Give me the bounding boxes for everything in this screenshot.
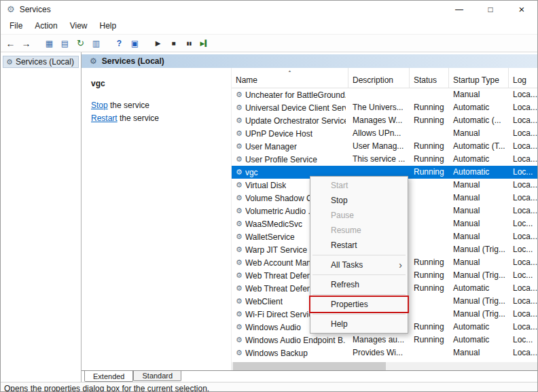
cell-status xyxy=(410,127,449,140)
table-row[interactable]: ⚙User ManagerUser Manag...RunningAutomat… xyxy=(232,140,537,153)
start-service-icon[interactable]: ▶ xyxy=(150,36,166,51)
table-row[interactable]: ⚙Uncheater for BattleGround...ManualLoca… xyxy=(232,88,537,101)
service-gear-icon: ⚙ xyxy=(236,232,243,241)
cell-status xyxy=(410,243,449,256)
context-menu-item-refresh[interactable]: Refresh xyxy=(310,277,408,292)
tab-extended[interactable]: Extended xyxy=(84,371,133,382)
stop-service-link[interactable]: Stop xyxy=(91,101,108,110)
forward-icon[interactable]: → xyxy=(18,36,34,51)
refresh-icon[interactable]: ↻ xyxy=(73,36,88,51)
export-list-icon[interactable]: ▤ xyxy=(57,36,73,51)
cell-logon: Loca... xyxy=(509,88,537,101)
cell-status: Running xyxy=(410,282,449,295)
cell-logon: Loca... xyxy=(509,230,537,243)
column-header-status[interactable]: Status xyxy=(410,68,449,88)
column-header-description[interactable]: Description xyxy=(348,68,410,88)
cell-logon: Loca... xyxy=(509,114,537,127)
cell-description: Provides Wi... xyxy=(348,346,410,359)
tabs-bar: ExtendedStandard xyxy=(82,370,537,382)
tab-standard[interactable]: Standard xyxy=(133,371,181,381)
help-icon[interactable]: ? xyxy=(111,36,127,51)
cell-logon: Loca... xyxy=(509,153,537,166)
context-menu-item-stop[interactable]: Stop xyxy=(310,193,408,208)
restart-service-line: Restart the service xyxy=(91,112,231,125)
service-gear-icon: ⚙ xyxy=(236,323,243,332)
show-console-tree-icon[interactable]: ▦ xyxy=(41,36,57,51)
restart-suffix: the service xyxy=(118,113,159,123)
context-menu-item-properties[interactable]: Properties xyxy=(310,297,408,312)
cell-startup: Automatic xyxy=(449,153,509,166)
service-gear-icon: ⚙ xyxy=(236,90,243,99)
service-gear-icon: ⚙ xyxy=(236,245,243,254)
context-menu-item-pause: Pause xyxy=(310,208,408,223)
cell-startup: Manual (Trig... xyxy=(449,308,509,321)
maximize-button[interactable]: □ xyxy=(475,1,506,18)
horizontal-scrollbar[interactable] xyxy=(232,362,537,370)
cell-status: Running xyxy=(410,334,449,346)
menu-file[interactable]: File xyxy=(3,19,29,33)
table-row[interactable]: ⚙UPnP Device HostAllows UPn...ManualLoca… xyxy=(232,127,537,140)
pause-service-icon[interactable]: ▮▮ xyxy=(181,36,197,51)
tree-item-services-local[interactable]: ⚙ Services (Local) xyxy=(3,56,79,68)
service-gear-icon: ⚙ xyxy=(236,207,243,215)
cell-logon: Loca... xyxy=(509,101,537,114)
restart-service-link[interactable]: Restart xyxy=(91,113,118,123)
back-icon[interactable]: ← xyxy=(3,36,18,51)
cell-logon: Loca... xyxy=(509,321,537,334)
menu-view[interactable]: View xyxy=(64,19,94,33)
table-row[interactable]: ⚙Update Orchestrator ServiceManages W...… xyxy=(232,114,537,127)
header-services-icon: ⚙ xyxy=(90,56,97,66)
service-gear-icon: ⚙ xyxy=(236,271,243,280)
help-topics-icon[interactable]: ▣ xyxy=(127,36,143,51)
cell-status xyxy=(410,88,449,101)
cell-status xyxy=(410,179,449,192)
close-button[interactable]: × xyxy=(506,1,537,18)
cell-startup: Manual xyxy=(449,256,509,269)
cell-status: Running xyxy=(410,101,449,114)
service-gear-icon: ⚙ xyxy=(236,284,243,293)
context-menu-item-resume: Resume xyxy=(310,223,408,238)
restart-service-icon[interactable]: ▶▍ xyxy=(197,36,213,51)
minimize-button[interactable]: — xyxy=(444,1,475,18)
service-gear-icon: ⚙ xyxy=(236,129,243,138)
menu-separator xyxy=(312,314,406,315)
stop-suffix: the service xyxy=(108,101,149,110)
column-header-startup[interactable]: Startup Type xyxy=(449,68,509,88)
cell-logon: Loca... xyxy=(509,192,537,204)
properties-icon[interactable]: ▥ xyxy=(88,36,104,51)
column-header-logon[interactable]: Log xyxy=(509,68,537,88)
context-menu-item-all-tasks[interactable]: All Tasks› xyxy=(310,257,408,272)
table-row[interactable]: ⚙Universal Device Client Serv...The Univ… xyxy=(232,101,537,114)
service-gear-icon: ⚙ xyxy=(236,336,243,344)
scrollbar-thumb[interactable] xyxy=(233,362,386,370)
cell-startup: Manual xyxy=(449,217,509,230)
menu-separator xyxy=(312,274,406,275)
cell-startup: Manual xyxy=(449,179,509,192)
cell-startup: Manual xyxy=(449,88,509,101)
service-gear-icon: ⚙ xyxy=(236,155,243,164)
table-row[interactable]: ⚙Windows Audio Endpoint B...Manages au..… xyxy=(232,334,537,346)
cell-startup: Automatic (T... xyxy=(449,140,509,153)
cell-startup: Manual xyxy=(449,346,509,359)
toolbar: ←→▦▤↻▥?▣▶■▮▮▶▍ xyxy=(1,34,537,52)
service-gear-icon: ⚙ xyxy=(236,194,243,202)
service-gear-icon: ⚙ xyxy=(236,181,243,190)
column-header-name[interactable]: Name▲ xyxy=(232,68,348,88)
table-row[interactable]: ⚙Windows BackupProvides Wi...ManualLoca.… xyxy=(232,346,537,359)
menu-action[interactable]: Action xyxy=(29,19,63,33)
cell-startup: Automatic xyxy=(449,321,509,334)
menubar: FileActionViewHelp xyxy=(1,18,537,34)
cell-description: Manages W... xyxy=(348,114,410,127)
main-area: ⚙ Services (Local) ⚙ Services (Local) vg… xyxy=(1,52,537,382)
cell-logon: Loc... xyxy=(509,217,537,230)
titlebar: ⚙ Services — □ × xyxy=(1,1,537,18)
stop-service-icon[interactable]: ■ xyxy=(166,36,181,51)
cell-logon: Loca... xyxy=(509,140,537,153)
context-menu-item-restart[interactable]: Restart xyxy=(310,238,408,253)
service-gear-icon: ⚙ xyxy=(236,142,243,151)
context-menu-item-help[interactable]: Help xyxy=(310,317,408,332)
service-gear-icon: ⚙ xyxy=(236,103,243,112)
table-row[interactable]: ⚙User Profile ServiceThis service ...Run… xyxy=(232,153,537,166)
menu-help[interactable]: Help xyxy=(94,19,123,33)
cell-logon: Loca... xyxy=(509,308,537,321)
